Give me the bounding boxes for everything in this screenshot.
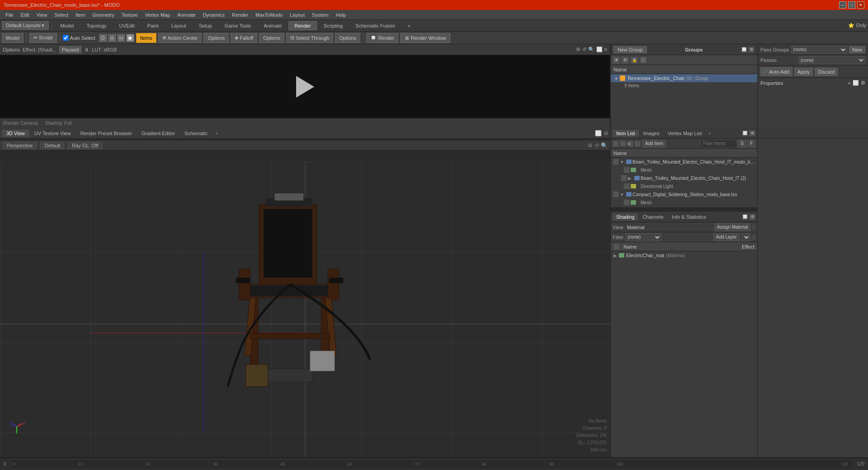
passes-select[interactable]: (none)	[798, 56, 865, 64]
group-item-tennessee[interactable]: Tennessee_Electric_Chair (3) : Group	[611, 74, 757, 82]
items-btn[interactable]: Items	[136, 33, 156, 43]
sculpt-btn[interactable]: ✏ Sculpt	[29, 33, 57, 43]
render-ctrl3[interactable]: 🔍	[588, 47, 594, 52]
material-label[interactable]: Material	[627, 225, 645, 230]
vis-btn[interactable]	[623, 183, 630, 189]
select-mode-btn2[interactable]: ◇	[108, 34, 116, 42]
select-mode-btn3[interactable]: ▭	[117, 34, 125, 42]
filter-f-btn[interactable]: F	[747, 140, 755, 148]
close-btn[interactable]: ✕	[857, 1, 864, 9]
pause-icon[interactable]: ⏸	[84, 47, 89, 52]
options-label[interactable]: Options	[3, 47, 20, 52]
default-btn[interactable]: Default	[40, 142, 64, 149]
filter-items-input[interactable]	[701, 140, 737, 148]
groups-settings-btn[interactable]: ⚙	[748, 47, 755, 53]
item-vis2[interactable]	[620, 141, 626, 147]
item-vis1[interactable]	[613, 141, 619, 147]
tab-render[interactable]: Render	[288, 21, 316, 30]
tab-add[interactable]: +	[708, 131, 711, 136]
options2-btn[interactable]: Options	[259, 33, 284, 43]
menu-layout[interactable]: Layout	[286, 11, 308, 19]
item-list-scrollbar[interactable]	[611, 207, 757, 211]
layer-type-select[interactable]: ▾	[741, 233, 750, 241]
expand-btn[interactable]: ▼	[620, 192, 625, 197]
render-btn[interactable]: 🔲 Render	[366, 33, 398, 43]
vis-btn[interactable]	[623, 167, 630, 173]
shading-expand-btn[interactable]: ⬜	[742, 214, 748, 220]
vis-btn[interactable]	[623, 199, 630, 206]
item-row-beam[interactable]: ▼ Beam_Trolley_Mounted_Electric_Chain_Ho…	[611, 158, 757, 166]
options1-btn[interactable]: Options	[203, 33, 229, 43]
item-vis3[interactable]	[634, 141, 641, 147]
tab-topology[interactable]: Topology	[80, 21, 112, 30]
properties-expand-icon[interactable]: ⬜	[853, 80, 859, 86]
falloff-btn[interactable]: ◈ Falloff	[231, 33, 257, 43]
select-mode-btn1[interactable]: ⬡	[99, 34, 107, 42]
item-list-settings-btn[interactable]: ⚙	[749, 130, 755, 136]
menu-maxtomodo[interactable]: MaxToModo	[252, 11, 286, 19]
auto-select-checkbox[interactable]	[63, 35, 69, 41]
tab-scripting[interactable]: Scripting	[318, 21, 349, 30]
vp-tab-render-preset[interactable]: Render Preset Browser	[76, 130, 137, 137]
tab-model[interactable]: Model	[55, 21, 80, 30]
tab-schematic-fusion[interactable]: Schematic Fusion	[349, 21, 401, 30]
tab-images[interactable]: Images	[640, 130, 663, 137]
discard-btn[interactable]: Discard	[815, 68, 838, 76]
menu-geometry[interactable]: Geometry	[89, 11, 118, 19]
select-mode-btn4[interactable]: ▣	[126, 34, 134, 42]
render-ctrl5[interactable]: ≡	[604, 47, 607, 52]
vp-tab-add[interactable]: +	[212, 130, 221, 137]
maximize-btn[interactable]: □	[848, 1, 855, 9]
paused-badge[interactable]: Paused	[59, 46, 81, 53]
item-add-btn[interactable]: +	[627, 141, 633, 147]
tab-shading[interactable]: Shading	[613, 213, 638, 221]
add-item-btn[interactable]: Add Item	[642, 140, 666, 148]
render-ctrl2[interactable]: ↺	[582, 47, 586, 52]
expand-btn[interactable]: ▼	[620, 160, 625, 164]
tab-animate[interactable]: Animate	[258, 21, 288, 30]
render-ctrl1[interactable]: ⚙	[576, 47, 580, 52]
item-row-mesh2[interactable]: Mesh	[611, 198, 757, 207]
add-layer-btn[interactable]: Add Layer	[713, 233, 740, 241]
shader-row-electricchair[interactable]: ▶ ElectricChar_mat (Material)	[611, 251, 757, 259]
render-ctrl4[interactable]: ⬜	[596, 47, 603, 52]
render-window-btn[interactable]: 🖥 Render Window	[400, 33, 450, 43]
vis-btn[interactable]	[613, 159, 619, 165]
menu-render[interactable]: Render	[228, 11, 252, 19]
action-center-btn[interactable]: ⊕ Action Center	[158, 33, 202, 43]
auto-add-btn[interactable]: ✓ Auto Add	[760, 67, 793, 76]
groups-expand-btn[interactable]: ⬜	[741, 47, 747, 53]
menu-dynamics[interactable]: Dynamics	[199, 11, 228, 19]
minimize-btn[interactable]: ─	[839, 1, 846, 9]
expand-btn[interactable]: ▶	[628, 176, 633, 181]
menu-edit[interactable]: Edit	[17, 11, 33, 19]
item-row-chain[interactable]: ▶ Beam_Trolley_Mounted_Electric_Chain_Ho…	[611, 174, 757, 182]
ray-gl-btn[interactable]: Ray GL: Off	[68, 142, 102, 149]
menu-help[interactable]: Help	[332, 11, 350, 19]
item-row-mesh1[interactable]: Mesh	[611, 166, 757, 174]
vp-expand-btn[interactable]: ⬜	[595, 130, 602, 136]
vp-settings-btn[interactable]: ⚙	[604, 130, 609, 136]
menu-texture[interactable]: Texture	[118, 11, 142, 19]
filter-s-btn[interactable]: S	[738, 140, 746, 148]
vp-tab-3dview[interactable]: 3D View	[2, 130, 29, 137]
menu-item[interactable]: Item	[72, 11, 89, 19]
tab-setup[interactable]: Setup	[193, 21, 218, 30]
vp-icon3[interactable]: 🔍	[601, 142, 608, 149]
menu-animate[interactable]: Animate	[174, 11, 199, 19]
item-row-light1[interactable]: Directional Light	[611, 182, 757, 190]
tab-channels[interactable]: Channels	[639, 213, 667, 221]
vp-tab-gradient[interactable]: Gradient Editor	[137, 130, 179, 137]
properties-add-icon[interactable]: +	[848, 80, 851, 86]
tab-add[interactable]: +	[402, 21, 416, 30]
vis-btn[interactable]	[621, 175, 627, 181]
groups-vis2[interactable]: R	[622, 56, 629, 64]
item-list-expand-btn[interactable]: ⬜	[742, 130, 748, 136]
shading-settings-btn[interactable]: ⚙	[749, 214, 755, 220]
perspective-btn[interactable]: Perspective	[3, 142, 37, 149]
tab-layout[interactable]: Layout	[165, 21, 192, 30]
item-row-compact[interactable]: ▼ Compact_Digital_Soldering_Station_modo…	[611, 190, 757, 198]
pass-groups-new-btn[interactable]: New	[849, 46, 865, 53]
assign-material-btn[interactable]: Assign Material	[714, 223, 750, 231]
apply-btn[interactable]: Apply	[794, 68, 813, 76]
